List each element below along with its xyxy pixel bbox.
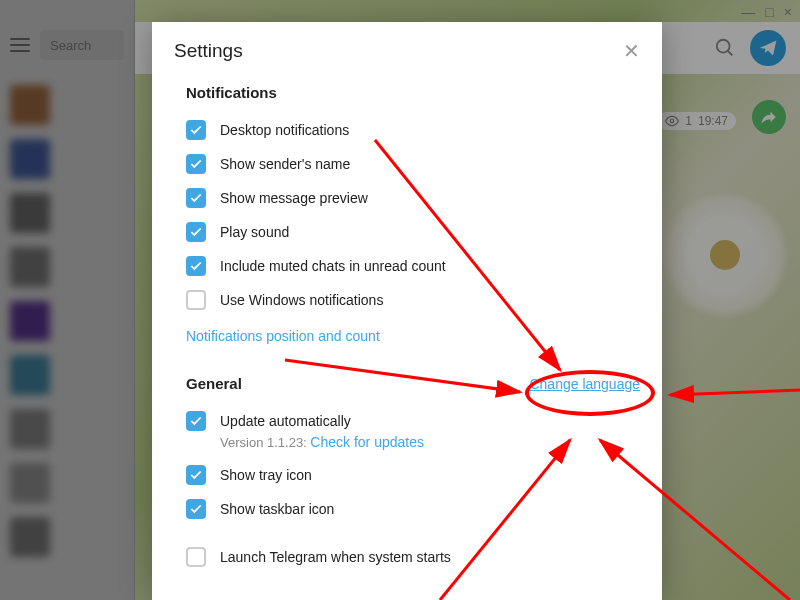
setting-label: Include muted chats in unread count bbox=[220, 258, 446, 274]
notification-setting-4[interactable]: Include muted chats in unread count bbox=[186, 249, 640, 283]
notification-setting-0[interactable]: Desktop notifications bbox=[186, 113, 640, 147]
setting-label: Show tray icon bbox=[220, 467, 312, 483]
setting-label: Show sender's name bbox=[220, 156, 350, 172]
checkbox-icon[interactable] bbox=[186, 499, 206, 519]
setting-label: Play sound bbox=[220, 224, 289, 240]
notification-setting-3[interactable]: Play sound bbox=[186, 215, 640, 249]
checkbox-icon[interactable] bbox=[186, 256, 206, 276]
notifications-header: Notifications bbox=[186, 84, 640, 101]
maximize-icon[interactable]: □ bbox=[765, 4, 773, 20]
update-auto-setting[interactable]: Update automatically bbox=[186, 404, 640, 438]
close-icon[interactable]: ✕ bbox=[623, 41, 640, 61]
settings-modal: Settings ✕ Notifications Desktop notific… bbox=[152, 22, 662, 600]
version-row: Version 1.1.23: Check for updates bbox=[186, 434, 640, 450]
checkbox-icon[interactable] bbox=[186, 290, 206, 310]
change-language-link[interactable]: Change language bbox=[529, 376, 640, 392]
checkbox-icon[interactable] bbox=[186, 222, 206, 242]
setting-label: Launch Telegram when system starts bbox=[220, 549, 451, 565]
check-updates-link[interactable]: Check for updates bbox=[310, 434, 424, 450]
notifications-position-link[interactable]: Notifications position and count bbox=[186, 328, 380, 344]
setting-label: Desktop notifications bbox=[220, 122, 349, 138]
tray-icon-setting[interactable]: Show tray icon bbox=[186, 458, 640, 492]
setting-label: Update automatically bbox=[220, 413, 351, 429]
minimize-icon[interactable]: — bbox=[741, 4, 755, 20]
checkbox-icon[interactable] bbox=[186, 547, 206, 567]
window-controls: — □ × bbox=[733, 0, 800, 24]
checkbox-icon[interactable] bbox=[186, 188, 206, 208]
checkbox-icon[interactable] bbox=[186, 465, 206, 485]
notification-setting-1[interactable]: Show sender's name bbox=[186, 147, 640, 181]
close-window-icon[interactable]: × bbox=[784, 4, 792, 20]
setting-label: Show taskbar icon bbox=[220, 501, 334, 517]
taskbar-icon-setting[interactable]: Show taskbar icon bbox=[186, 492, 640, 526]
notification-setting-2[interactable]: Show message preview bbox=[186, 181, 640, 215]
checkbox-icon[interactable] bbox=[186, 411, 206, 431]
setting-label: Show message preview bbox=[220, 190, 368, 206]
general-header: General bbox=[186, 375, 242, 392]
notification-setting-5[interactable]: Use Windows notifications bbox=[186, 283, 640, 317]
setting-label: Use Windows notifications bbox=[220, 292, 383, 308]
launch-startup-setting[interactable]: Launch Telegram when system starts bbox=[186, 540, 640, 574]
modal-title: Settings bbox=[174, 40, 243, 62]
checkbox-icon[interactable] bbox=[186, 120, 206, 140]
checkbox-icon[interactable] bbox=[186, 154, 206, 174]
